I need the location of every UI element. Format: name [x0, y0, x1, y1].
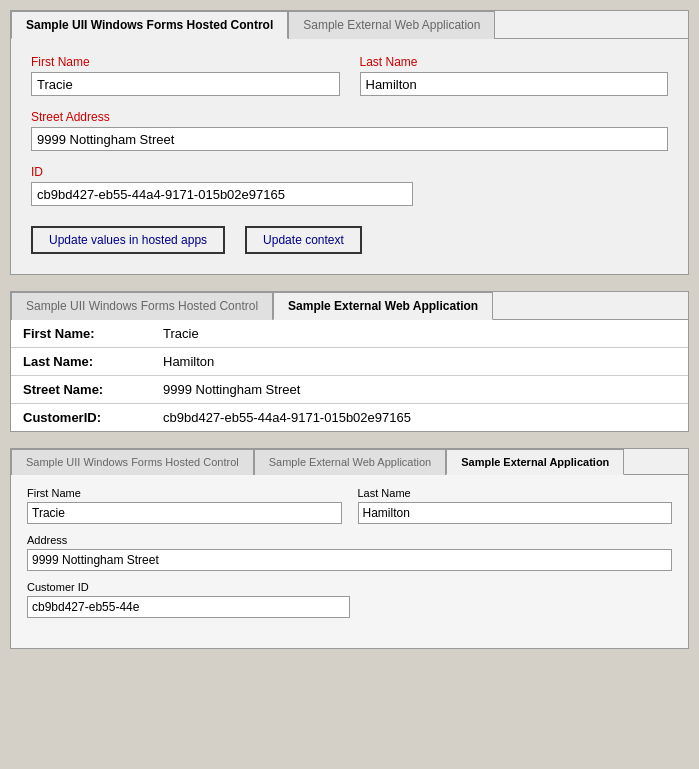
panel-3-content: First Name Last Name Address Customer ID — [11, 475, 688, 648]
p3-customerid-label: Customer ID — [27, 581, 350, 593]
name-row: First Name Last Name — [31, 55, 668, 96]
last-name-group: Last Name — [360, 55, 669, 96]
tab-ext-app-panel-3[interactable]: Sample External Application — [446, 449, 624, 475]
data-table: First Name: Tracie Last Name: Hamilton S… — [11, 320, 688, 431]
street-input[interactable] — [31, 127, 668, 151]
street-row: Street Address — [31, 110, 668, 151]
tab-uii-panel-1[interactable]: Sample UII Windows Forms Hosted Control — [11, 11, 288, 39]
tab-bar-panel-1: Sample UII Windows Forms Hosted Control … — [11, 11, 688, 39]
button-row: Update values in hosted apps Update cont… — [31, 226, 668, 254]
p3-customerid-group: Customer ID — [27, 581, 350, 618]
panel-1-content: First Name Last Name Street Address ID U… — [11, 39, 688, 274]
panel-3: Sample UII Windows Forms Hosted Control … — [10, 448, 689, 649]
p3-customerid-row: Customer ID — [27, 581, 672, 618]
p3-last-name-group: Last Name — [358, 487, 673, 524]
tab-ext-web-panel-2[interactable]: Sample External Web Application — [273, 292, 493, 320]
row-value: 9999 Nottingham Street — [151, 376, 688, 404]
first-name-label: First Name — [31, 55, 340, 69]
first-name-group: First Name — [31, 55, 340, 96]
table-row: CustomerID: cb9bd427-eb55-44a4-9171-015b… — [11, 404, 688, 432]
tab-ext-web-panel-1[interactable]: Sample External Web Application — [288, 11, 495, 39]
p3-address-label: Address — [27, 534, 672, 546]
id-label: ID — [31, 165, 413, 179]
panel-2-content: First Name: Tracie Last Name: Hamilton S… — [11, 320, 688, 431]
first-name-input[interactable] — [31, 72, 340, 96]
row-value: Hamilton — [151, 348, 688, 376]
id-group: ID — [31, 165, 413, 206]
tab-bar-panel-3: Sample UII Windows Forms Hosted Control … — [11, 449, 688, 475]
row-value: Tracie — [151, 320, 688, 348]
p3-customerid-input[interactable] — [27, 596, 350, 618]
p3-first-name-label: First Name — [27, 487, 342, 499]
tab-ext-web-panel-3[interactable]: Sample External Web Application — [254, 449, 446, 475]
p3-name-row: First Name Last Name — [27, 487, 672, 524]
panel-2: Sample UII Windows Forms Hosted Control … — [10, 291, 689, 432]
street-group: Street Address — [31, 110, 668, 151]
p3-address-input[interactable] — [27, 549, 672, 571]
id-input[interactable] — [31, 182, 413, 206]
p3-address-row: Address — [27, 534, 672, 571]
id-row: ID — [31, 165, 668, 206]
update-hosted-button[interactable]: Update values in hosted apps — [31, 226, 225, 254]
tab-uii-panel-2[interactable]: Sample UII Windows Forms Hosted Control — [11, 292, 273, 320]
last-name-label: Last Name — [360, 55, 669, 69]
row-label: Last Name: — [11, 348, 151, 376]
row-label: First Name: — [11, 320, 151, 348]
p3-last-name-input[interactable] — [358, 502, 673, 524]
p3-first-name-group: First Name — [27, 487, 342, 524]
table-row: Street Name: 9999 Nottingham Street — [11, 376, 688, 404]
last-name-input[interactable] — [360, 72, 669, 96]
p3-first-name-input[interactable] — [27, 502, 342, 524]
p3-address-group: Address — [27, 534, 672, 571]
tab-bar-panel-2: Sample UII Windows Forms Hosted Control … — [11, 292, 688, 320]
panel-1: Sample UII Windows Forms Hosted Control … — [10, 10, 689, 275]
row-label: Street Name: — [11, 376, 151, 404]
table-row: Last Name: Hamilton — [11, 348, 688, 376]
street-label: Street Address — [31, 110, 668, 124]
p3-last-name-label: Last Name — [358, 487, 673, 499]
update-context-button[interactable]: Update context — [245, 226, 362, 254]
table-row: First Name: Tracie — [11, 320, 688, 348]
row-label: CustomerID: — [11, 404, 151, 432]
tab-uii-panel-3[interactable]: Sample UII Windows Forms Hosted Control — [11, 449, 254, 475]
row-value: cb9bd427-eb55-44a4-9171-015b02e97165 — [151, 404, 688, 432]
